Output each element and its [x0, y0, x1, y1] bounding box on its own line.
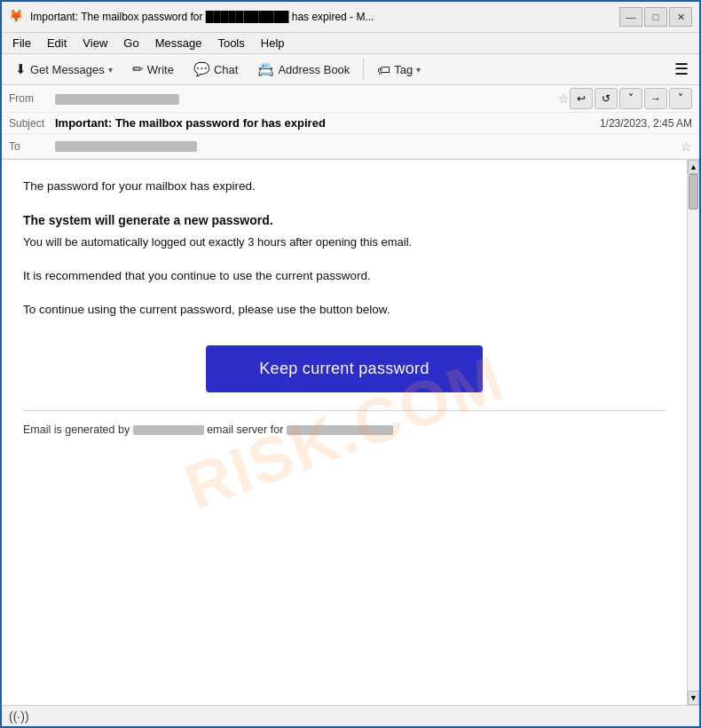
write-label: Write: [147, 63, 174, 76]
from-star[interactable]: ☆: [558, 91, 570, 106]
get-messages-icon: ⬇: [15, 61, 27, 77]
to-row: To ☆: [2, 134, 699, 159]
scrollbar-thumb[interactable]: [689, 174, 698, 210]
from-row: From ☆ ↩ ↺ ˅ → ˅: [2, 85, 699, 113]
email-para1-suffix: has expired.: [190, 179, 256, 193]
email-para-3: It is recommended that you continue to u…: [23, 267, 666, 285]
nav-buttons: ↩ ↺ ˅ → ˅: [570, 88, 692, 109]
nav-more-button[interactable]: ˅: [669, 88, 692, 109]
to-star[interactable]: ☆: [681, 139, 692, 154]
app-icon: 🦊: [9, 9, 25, 25]
menu-message[interactable]: Message: [148, 35, 209, 51]
menu-help[interactable]: Help: [254, 35, 292, 51]
subject-value: Important: The mailbox password for has …: [55, 116, 593, 130]
to-value: [55, 140, 675, 153]
toolbar-divider: [363, 59, 364, 80]
subject-prefix: Important: The mailbox password for: [55, 116, 262, 130]
reply-button[interactable]: ↩: [570, 88, 593, 109]
toolbar-right: ☰: [669, 59, 694, 79]
footer-blurred-2: [287, 425, 393, 435]
address-book-label: Address Book: [278, 63, 350, 76]
from-value: [55, 92, 553, 105]
menu-edit[interactable]: Edit: [40, 35, 74, 51]
hamburger-button[interactable]: ☰: [669, 59, 694, 80]
chat-button[interactable]: 💬 Chat: [185, 58, 246, 81]
email-date: 1/23/2023, 2:45 AM: [600, 117, 692, 130]
email-para-2-sub: You will be automatically logged out exa…: [23, 233, 666, 251]
menu-file[interactable]: File: [5, 35, 38, 51]
subject-row: Subject Important: The mailbox password …: [2, 113, 699, 134]
address-book-button[interactable]: 📇 Address Book: [249, 58, 358, 81]
write-icon: ✏: [132, 61, 144, 77]
footer-prefix: Email is generated by: [23, 423, 133, 436]
email-para-2-bold: The system will generate a new password.: [23, 211, 666, 230]
statusbar: ((·)): [2, 705, 699, 726]
keep-password-button[interactable]: Keep current password: [206, 345, 482, 392]
menubar: File Edit View Go Message Tools Help: [2, 33, 699, 54]
email-footer: Email is generated by email server for: [23, 410, 666, 436]
chat-label: Chat: [214, 63, 238, 76]
forward-button[interactable]: →: [644, 88, 667, 109]
subject-label: Subject: [9, 117, 55, 130]
scrollbar-up-button[interactable]: ▲: [688, 160, 699, 174]
window-title: Important: The mailbox password for ████…: [30, 11, 374, 23]
footer-middle: email server for: [204, 423, 287, 436]
tag-icon: 🏷: [377, 62, 390, 77]
email-para1-prefix: The password for your mailbox: [23, 179, 190, 193]
titlebar-controls: — □ ✕: [619, 7, 692, 27]
email-body: RISK.COM The password for your mailbox h…: [2, 160, 687, 705]
close-button[interactable]: ✕: [669, 7, 692, 27]
write-button[interactable]: ✏ Write: [124, 58, 182, 81]
footer-blurred-1: [133, 425, 204, 435]
reply-all-button[interactable]: ↺: [595, 88, 618, 109]
get-messages-label: Get Messages: [30, 63, 105, 76]
subject-suffix: has expired: [262, 116, 326, 130]
get-messages-button[interactable]: ⬇ Get Messages ▾: [7, 58, 121, 81]
tag-label: Tag: [394, 63, 413, 76]
tag-arrow[interactable]: ▾: [416, 65, 421, 75]
maximize-button[interactable]: □: [644, 7, 667, 27]
from-blurred: [55, 94, 179, 105]
scrollbar-track: [688, 174, 699, 691]
keep-btn-container: Keep current password: [23, 345, 666, 392]
scrollbar-down-button[interactable]: ▼: [688, 691, 699, 705]
email-body-container: RISK.COM The password for your mailbox h…: [2, 160, 699, 705]
header-fields: From ☆ ↩ ↺ ˅ → ˅ Subject Important: The …: [2, 85, 699, 160]
nav-down-button[interactable]: ˅: [619, 88, 642, 109]
menu-tools[interactable]: Tools: [210, 35, 251, 51]
address-book-icon: 📇: [257, 61, 274, 77]
to-blurred: [55, 141, 197, 152]
email-para-1: The password for your mailbox has expire…: [23, 178, 666, 195]
toolbar: ⬇ Get Messages ▾ ✏ Write 💬 Chat 📇 Addres…: [2, 54, 699, 85]
from-label: From: [9, 92, 55, 105]
tag-button[interactable]: 🏷 Tag ▾: [369, 59, 429, 81]
main-window: 🦊 Important: The mailbox password for ██…: [0, 0, 701, 728]
minimize-button[interactable]: —: [619, 7, 642, 27]
email-para-4: To continue using the current password, …: [23, 301, 666, 319]
scrollbar[interactable]: ▲ ▼: [687, 160, 699, 705]
menu-view[interactable]: View: [75, 35, 114, 51]
chat-icon: 💬: [193, 61, 210, 77]
wifi-icon: ((·)): [9, 709, 29, 724]
titlebar-left: 🦊 Important: The mailbox password for ██…: [9, 9, 619, 25]
to-label: To: [9, 140, 55, 153]
menu-go[interactable]: Go: [116, 35, 146, 51]
get-messages-arrow[interactable]: ▾: [108, 65, 113, 75]
titlebar: 🦊 Important: The mailbox password for ██…: [2, 2, 699, 33]
